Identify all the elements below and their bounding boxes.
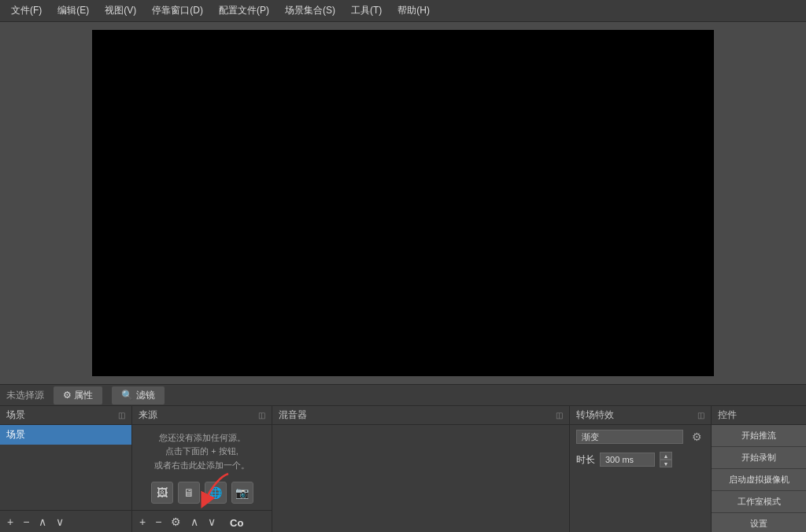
duration-row: 时长 ▲ ▼ [570, 449, 711, 471]
status-label: 未选择源 [6, 389, 44, 402]
source-hint-text: 您还没有添加任何源。 点击下面的 + 按钮, 或者右击此处添加一个。 [154, 431, 250, 473]
scene-remove-btn[interactable]: − [20, 515, 31, 529]
controls-panel-content: 开始推流 开始录制 启动虚拟摄像机 工作室模式 设置 退出 [712, 425, 806, 532]
scene-panel-footer: + − ∧ ∨ [0, 510, 131, 532]
transition-settings-btn[interactable]: ⚙ [690, 430, 704, 444]
source-monitor-icon[interactable]: 🖥 [178, 482, 200, 504]
menubar: 文件(F) 编辑(E) 视图(V) 停靠窗口(D) 配置文件(P) 场景集合(S… [0, 0, 806, 22]
start-record-btn[interactable]: 开始录制 [712, 447, 806, 469]
transition-panel-content: 渐变 ⚙ 时长 ▲ ▼ [570, 425, 711, 532]
transition-panel: 转场特效 ◫ 渐变 ⚙ 时长 ▲ ▼ [570, 406, 712, 532]
virtual-camera-btn[interactable]: 启动虚拟摄像机 [712, 469, 806, 491]
transition-panel-title: 转场特效 [576, 408, 614, 422]
source-panel-title: 来源 [139, 408, 157, 422]
source-icons-row: 🖼 🖥 🌐 📷 [151, 482, 253, 504]
settings-btn[interactable]: 设置 [712, 513, 806, 532]
tab-filters[interactable]: 🔍 滤镜 [112, 386, 164, 405]
source-camera-icon[interactable]: 📷 [231, 482, 253, 504]
source-remove-btn[interactable]: − [153, 515, 164, 529]
transition-panel-header: 转场特效 ◫ [570, 406, 711, 425]
source-hint: 您还没有添加任何源。 点击下面的 + 按钮, 或者右击此处添加一个。 🖼 🖥 🌐… [132, 425, 272, 510]
duration-up-btn[interactable]: ▲ [660, 452, 672, 460]
scene-panel-header: 场景 ◫ [0, 406, 131, 425]
scene-item[interactable]: 场景 [0, 425, 131, 445]
controls-panel: 控件 开始推流 开始录制 启动虚拟摄像机 工作室模式 设置 退出 [712, 406, 806, 532]
transition-select[interactable]: 渐变 [576, 430, 683, 444]
menu-file[interactable]: 文件(F) [3, 1, 50, 20]
menu-tools[interactable]: 工具(T) [343, 1, 390, 20]
source-up-btn[interactable]: ∧ [188, 515, 201, 529]
bottom-panels: 场景 ◫ 场景 + − ∧ ∨ 来源 ◫ 您还没有添加任何源。 点击下面的 + … [0, 406, 806, 532]
source-panel: 来源 ◫ 您还没有添加任何源。 点击下面的 + 按钮, 或者右击此处添加一个。 … [132, 406, 272, 532]
source-settings-btn[interactable]: ⚙ [168, 515, 183, 529]
mixer-panel-title: 混音器 [279, 408, 307, 422]
statusbar: 未选择源 ⚙ 属性 🔍 滤镜 [0, 384, 806, 406]
scene-up-btn[interactable]: ∧ [36, 515, 49, 529]
scene-down-btn[interactable]: ∨ [54, 515, 66, 529]
duration-label: 时长 [576, 453, 595, 467]
transition-row: 渐变 ⚙ [570, 425, 711, 449]
scene-panel-title: 场景 [6, 408, 25, 422]
duration-spinners: ▲ ▼ [660, 452, 672, 467]
transition-resize-icon[interactable]: ◫ [697, 411, 704, 419]
source-panel-header: 来源 ◫ [132, 406, 272, 425]
controls-panel-title: 控件 [718, 408, 737, 422]
source-down-btn[interactable]: ∨ [205, 515, 218, 529]
controls-panel-header: 控件 [712, 406, 806, 425]
mixer-panel-content [272, 425, 569, 532]
source-panel-footer: + − ⚙ ∧ ∨ [132, 510, 272, 532]
scene-resize-icon[interactable]: ◫ [118, 411, 125, 419]
menu-edit[interactable]: 编辑(E) [50, 1, 97, 20]
scene-panel: 场景 ◫ 场景 + − ∧ ∨ [0, 406, 132, 532]
preview-container [0, 22, 806, 384]
start-stream-btn[interactable]: 开始推流 [712, 425, 806, 447]
source-panel-content: 您还没有添加任何源。 点击下面的 + 按钮, 或者右击此处添加一个。 🖼 🖥 🌐… [132, 425, 272, 510]
source-add-btn[interactable]: + [137, 515, 148, 529]
menu-help[interactable]: 帮助(H) [390, 1, 438, 20]
mixer-panel: 混音器 ◫ [272, 406, 570, 532]
duration-input[interactable] [600, 453, 655, 467]
source-image-icon[interactable]: 🖼 [151, 482, 173, 504]
source-resize-icon[interactable]: ◫ [258, 411, 265, 419]
scene-panel-content: 场景 [0, 425, 131, 510]
scene-add-btn[interactable]: + [5, 515, 16, 529]
menu-view[interactable]: 视图(V) [97, 1, 144, 20]
tab-properties[interactable]: ⚙ 属性 [54, 386, 102, 405]
menu-dock[interactable]: 停靠窗口(D) [144, 1, 211, 20]
mixer-resize-icon[interactable]: ◫ [556, 411, 563, 419]
menu-profile[interactable]: 配置文件(P) [211, 1, 277, 20]
duration-down-btn[interactable]: ▼ [660, 460, 672, 467]
preview-screen [92, 30, 714, 376]
mixer-panel-header: 混音器 ◫ [272, 406, 569, 425]
menu-scene-collection[interactable]: 场景集合(S) [277, 1, 343, 20]
source-globe-icon[interactable]: 🌐 [205, 482, 227, 504]
studio-mode-btn[interactable]: 工作室模式 [712, 491, 806, 513]
